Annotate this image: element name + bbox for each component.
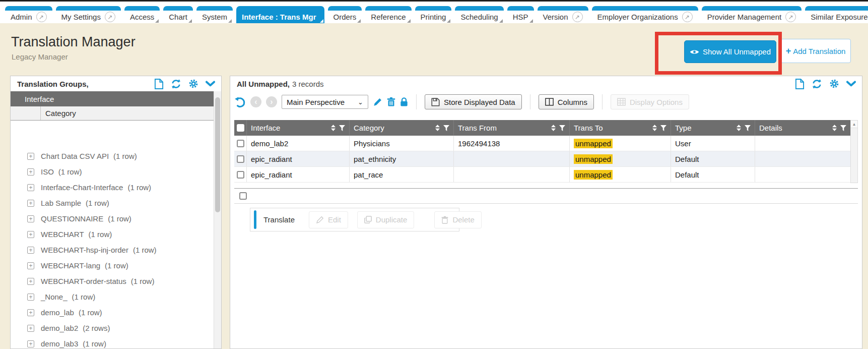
edit-perspective-pencil-icon[interactable] — [373, 97, 382, 107]
expand-icon[interactable]: + — [27, 153, 34, 160]
select-all-checkbox[interactable] — [237, 124, 244, 132]
left-panel-scrollbar-thumb[interactable] — [215, 97, 220, 212]
new-document-icon[interactable] — [154, 79, 164, 89]
sort-icon[interactable] — [737, 125, 741, 131]
scroll-up-icon[interactable]: ▲ — [851, 121, 857, 128]
tab-interface-trans-mgr[interactable]: Interface : Trans Mgr — [236, 6, 324, 23]
tab-similar-exposure-groups[interactable]: Similar Exposure Groups (SEGs) — [805, 6, 868, 23]
add-translation-button[interactable]: + Add Translation — [780, 39, 851, 63]
group-item-label: Lab Sample — [41, 199, 81, 207]
expand-icon[interactable]: + — [27, 231, 34, 238]
column-header-interface[interactable]: Interface — [247, 120, 350, 136]
tab-label: System — [202, 13, 227, 21]
tab-access[interactable]: Access — [124, 6, 160, 23]
column-header-details[interactable]: Details — [755, 120, 850, 136]
row-checkbox[interactable] — [237, 171, 244, 179]
tab-provider-management[interactable]: Provider Management↗ — [702, 6, 802, 23]
tab-label: Orders — [333, 13, 357, 21]
filter-icon[interactable] — [443, 125, 449, 131]
delete-perspective-trash-icon[interactable] — [387, 97, 395, 107]
expand-icon[interactable]: + — [27, 309, 34, 316]
cell-type: Default — [671, 167, 755, 182]
expand-icon[interactable]: + — [27, 215, 34, 222]
gear-icon[interactable] — [829, 79, 839, 89]
row-checkbox[interactable] — [237, 155, 244, 163]
group-item-iso[interactable]: + ISO (1 row) — [11, 164, 221, 180]
refresh-icon[interactable] — [171, 79, 181, 89]
new-document-icon[interactable] — [795, 79, 805, 89]
group-item-lab-sample[interactable]: + Lab Sample (1 row) — [11, 195, 221, 211]
sort-icon[interactable] — [331, 125, 336, 131]
footer-checkbox[interactable] — [239, 192, 247, 200]
chevron-down-icon[interactable] — [206, 81, 215, 87]
expand-icon[interactable]: + — [27, 325, 34, 332]
group-item-interface-chart-interface[interactable]: + Interface-Chart-Interface (1 row) — [11, 180, 221, 195]
tab-scheduling[interactable]: Scheduling — [455, 6, 503, 23]
sort-icon[interactable] — [435, 125, 440, 131]
group-item-webchart-lang[interactable]: + WEBCHART-lang (1 row) — [11, 258, 221, 273]
group-item-webchart-order-status[interactable]: + WEBCHART-order-status (1 row) — [11, 273, 221, 289]
filter-icon[interactable] — [559, 125, 565, 131]
filter-icon[interactable] — [745, 125, 751, 131]
delete-button: Delete — [434, 211, 481, 228]
chevron-down-icon[interactable] — [846, 81, 856, 87]
filter-icon[interactable] — [840, 125, 846, 131]
row-checkbox[interactable] — [237, 140, 244, 147]
group-item-webchart[interactable]: + WEBCHART (1 row) — [11, 226, 221, 242]
group-item-none[interactable]: + _None_ (1 row) — [11, 289, 221, 305]
perspective-select[interactable]: Main Perspective ⌄ — [282, 95, 368, 109]
tab-my-settings[interactable]: My Settings↗ — [56, 6, 121, 23]
column-header-type[interactable]: Type — [671, 120, 755, 136]
tab-system[interactable]: System — [196, 6, 233, 23]
columns-button[interactable]: Columns — [539, 94, 594, 109]
tab-reference[interactable]: Reference — [365, 6, 411, 23]
popout-icon[interactable]: ↗ — [572, 12, 583, 22]
display-options-button: Display Options — [611, 94, 689, 109]
tab-label: Similar Exposure Groups (SEGs) — [811, 13, 868, 21]
expand-icon[interactable]: + — [27, 247, 34, 254]
refresh-icon[interactable] — [812, 79, 822, 89]
popout-icon[interactable]: ↗ — [785, 12, 796, 22]
popout-icon[interactable]: ↗ — [682, 12, 693, 22]
group-item-demo-lab3[interactable]: + demo_lab3 (1 row) — [11, 336, 221, 349]
popout-icon[interactable]: ↗ — [36, 12, 47, 22]
translate-button[interactable]: Translate — [254, 210, 302, 229]
column-header-trans-from[interactable]: Trans From — [454, 120, 570, 136]
tab-employer-organizations[interactable]: Employer Organizations↗ — [592, 6, 698, 23]
column-header-trans-to[interactable]: Trans To — [570, 120, 671, 136]
expand-icon[interactable]: + — [27, 184, 34, 191]
expand-icon[interactable]: + — [27, 340, 34, 347]
table-scrollbar[interactable]: ▲ — [850, 120, 858, 183]
expand-icon[interactable]: + — [27, 168, 34, 176]
table-row[interactable]: demo_lab2 Physicians 1962494138 unmapped… — [234, 136, 850, 151]
tab-printing[interactable]: Printing — [415, 6, 452, 23]
group-item-questionnaire[interactable]: + QUESTIONNAIRE (1 row) — [11, 211, 221, 226]
sort-icon[interactable] — [551, 125, 556, 131]
lock-perspective-icon[interactable] — [400, 97, 408, 107]
group-item-demo-lab2[interactable]: + demo_lab2 (2 rows) — [11, 320, 221, 336]
tab-orders[interactable]: Orders — [328, 6, 362, 23]
column-header-category[interactable]: Category — [350, 120, 454, 136]
tab-chart[interactable]: Chart — [163, 6, 193, 23]
store-displayed-data-button[interactable]: Store Displayed Data — [425, 94, 522, 109]
group-item-demo-lab[interactable]: + demo_lab (1 row) — [11, 305, 221, 320]
expand-icon[interactable]: + — [27, 200, 34, 207]
tab-admin[interactable]: Admin↗ — [5, 6, 52, 23]
filter-icon[interactable] — [339, 125, 345, 131]
table-row[interactable]: epic_radiant pat_ethnicity unmapped Defa… — [234, 151, 850, 167]
tab-hsp[interactable]: HSP — [507, 6, 534, 23]
group-item-webchart-hsp-inj-order[interactable]: + WEBCHART-hsp-inj-order (1 row) — [11, 242, 221, 258]
sort-icon[interactable] — [832, 125, 837, 131]
tab-version[interactable]: Version↗ — [538, 6, 588, 23]
table-row[interactable]: epic_radiant pat_race unmapped Default — [234, 167, 850, 183]
undo-icon[interactable] — [234, 96, 246, 108]
expand-icon[interactable]: + — [27, 294, 34, 301]
left-panel-scrollbar[interactable] — [214, 91, 221, 348]
sort-icon[interactable] — [652, 125, 657, 131]
filter-icon[interactable] — [660, 125, 666, 131]
popout-icon[interactable]: ↗ — [105, 12, 115, 22]
group-item-chart-data-csv-api[interactable]: + Chart Data CSV API (1 row) — [11, 148, 221, 164]
gear-icon[interactable] — [188, 79, 198, 89]
expand-icon[interactable]: + — [27, 262, 34, 269]
expand-icon[interactable]: + — [27, 278, 34, 285]
